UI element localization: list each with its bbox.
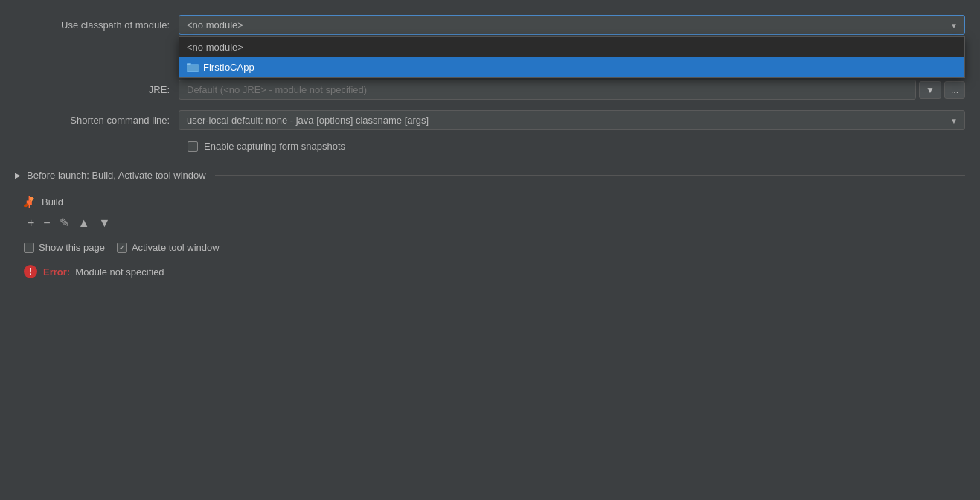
build-item: Build bbox=[15, 190, 965, 214]
remove-button[interactable]: − bbox=[39, 215, 54, 231]
shorten-control: user-local default: none - java [options… bbox=[179, 110, 965, 130]
section-line bbox=[215, 175, 965, 176]
classpath-row: Use classpath of module: <no module>Firs… bbox=[15, 15, 965, 35]
error-row: ! Error: Module not specified bbox=[24, 265, 965, 278]
folder-icon bbox=[187, 62, 199, 72]
dropdown-option-firstlocapp-label: FirstIoCApp bbox=[203, 62, 254, 73]
activate-window-checkbox[interactable] bbox=[117, 243, 127, 253]
jre-browse-button[interactable]: ... bbox=[944, 81, 965, 99]
error-message: Module not specified bbox=[75, 266, 164, 278]
error-icon: ! bbox=[24, 265, 37, 278]
shorten-select[interactable]: user-local default: none - java [options… bbox=[179, 110, 965, 130]
shorten-label: Shorten command line: bbox=[15, 115, 179, 126]
svg-rect-5 bbox=[187, 64, 190, 65]
dropdown-option-firstlocapp[interactable]: FirstIoCApp bbox=[179, 57, 964, 77]
snapshot-checkbox[interactable] bbox=[188, 141, 198, 152]
classpath-dropdown-popup: <no module> FirstIoCApp bbox=[179, 36, 965, 78]
build-hammer-icon bbox=[24, 196, 36, 208]
classpath-label: Use classpath of module: bbox=[15, 19, 179, 31]
classpath-select[interactable]: <no module>FirstIoCApp bbox=[179, 15, 965, 35]
snapshot-label: Enable capturing form snapshots bbox=[204, 141, 345, 152]
activate-window-pair: Activate tool window bbox=[117, 242, 220, 253]
svg-rect-4 bbox=[187, 65, 199, 71]
toolbar-row: + − ✎ ▲ ▼ bbox=[15, 215, 965, 231]
jre-dropdown-button[interactable]: ▼ bbox=[919, 81, 941, 99]
show-page-pair: Show this page bbox=[24, 242, 105, 253]
jre-input[interactable] bbox=[179, 80, 916, 100]
jre-input-wrap: ▼ ... bbox=[179, 80, 965, 100]
move-up-button[interactable]: ▲ bbox=[74, 215, 94, 231]
add-button[interactable]: + bbox=[24, 215, 38, 231]
show-page-label: Show this page bbox=[39, 242, 105, 253]
error-text: Error: Module not specified bbox=[43, 266, 164, 278]
section-collapse-icon[interactable]: ▶ bbox=[15, 171, 21, 179]
shorten-row: Shorten command line: user-local default… bbox=[15, 110, 965, 130]
section-title: Before launch: Build, Activate tool wind… bbox=[27, 170, 206, 181]
dropdown-option-no-module[interactable]: <no module> bbox=[179, 37, 964, 57]
move-down-button[interactable]: ▼ bbox=[95, 215, 115, 231]
show-page-checkbox[interactable] bbox=[24, 243, 34, 253]
jre-label: JRE: bbox=[15, 84, 179, 95]
before-launch-section: ▶ Before launch: Build, Activate tool wi… bbox=[15, 170, 965, 181]
activate-window-label: Activate tool window bbox=[132, 242, 220, 253]
bottom-checkboxes: Show this page Activate tool window bbox=[24, 242, 965, 253]
error-prefix: Error: bbox=[43, 266, 70, 278]
jre-row: JRE: ▼ ... bbox=[15, 80, 965, 100]
dropdown-item-with-icon: FirstIoCApp bbox=[187, 62, 957, 73]
classpath-control: <no module>FirstIoCApp ▼ <no module> bbox=[179, 15, 965, 35]
snapshot-checkbox-row: Enable capturing form snapshots bbox=[188, 141, 965, 152]
edit-button[interactable]: ✎ bbox=[56, 215, 73, 231]
build-label: Build bbox=[42, 196, 63, 208]
